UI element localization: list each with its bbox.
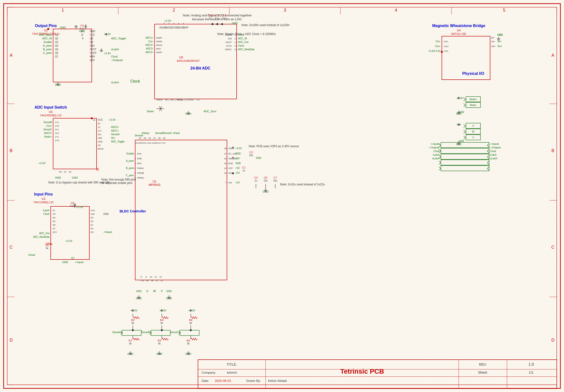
svg-text:C3: C3 [254,176,258,179]
svg-text:ENA: ENA [137,153,142,155]
svg-text:oLatch: oLatch [490,157,497,160]
svg-text:ADC_NewData: ADC_NewData [33,236,49,238]
svg-text:ADC_Out: ADC_Out [39,232,49,235]
svg-text:SCLK: SCLK [226,45,232,47]
junction-sensec [190,329,192,331]
note5: Note: 0.1u bypass cap shared with 595 an… [48,181,110,184]
svg-text:Clock: Clock [43,213,50,215]
svg-text:Q0: Q0 [90,37,93,40]
svg-text:R3: R3 [158,339,161,342]
svg-text:SenseA: SenseA [112,331,121,334]
svg-text:GND: GND [136,297,142,300]
note7: Note: 2x10u used instead of 1x22u [280,183,325,186]
svg-text:5: 5 [134,172,136,174]
svg-text:Clock: Clock [238,44,244,47]
svg-text:2: 2 [173,8,175,13]
svg-text:+3.3V: +3.3V [188,309,196,312]
svg-text:+3.3V: +3.3V [109,118,116,121]
svg-text:SenseA: SenseA [134,134,143,137]
svg-text:Sheet:: Sheet: [478,371,488,374]
svg-text:ADC3+: ADC3+ [145,51,153,54]
svg-text:DIN: DIN [228,37,232,40]
svg-text:1u: 1u [254,179,257,182]
svg-text:nSLEEP: nSLEEP [135,142,142,144]
svg-text:VCC: VCC [444,50,449,52]
svg-text:+5V: +5V [235,167,240,169]
svg-text:iLatch: iLatch [433,154,439,156]
svg-text:Enable: Enable [44,41,52,43]
svg-text:+3.3V: +3.3V [428,50,435,52]
svg-text:8: 8 [141,276,142,278]
input-pins-label: Input Pins [34,192,53,196]
svg-text:3: 3 [134,162,136,165]
svg-text:Enable: Enable [127,152,134,155]
svg-text:->Outputs: ->Outputs [490,146,501,149]
svg-text:EP: EP [491,37,494,39]
svg-text:Cos-: Cos- [148,40,153,43]
svg-text:ADC1+: ADC1+ [145,36,153,39]
svg-text:Sin-: Sin- [497,40,502,43]
svg-text:Strain-: Strain- [147,110,155,113]
svg-text:SenseB: SenseB [141,331,150,334]
svg-text:GND: GND [55,176,61,179]
svg-text:PWMC: PWMC [137,177,144,179]
svg-text:+5V: +5V [235,157,240,160]
svg-text:->Inputs: ->Inputs [490,143,499,145]
svg-text:10u: 10u [249,154,253,157]
svg-text:3Y1: 3Y1 [55,128,59,131]
svg-text:GND: GND [60,26,66,29]
u8-value: ADS131M03IRUKT [177,59,200,62]
note3: Note: Master Clock = ADC Clock = 8.192MH… [217,32,276,36]
svg-text:SC: SC [155,280,158,282]
svg-text:C_pwm: C_pwm [43,51,52,54]
svg-text:oLatch: oLatch [111,81,119,84]
svg-text:nFault: nFault [173,132,180,134]
svg-text:CS: CS [197,98,200,101]
svg-text:CAP: CAP [183,26,189,29]
svg-text:EPAD: EPAD [98,148,104,150]
svg-text:D3: D3 [91,217,93,219]
svg-text:C7: C7 [274,176,277,179]
svg-text:nSleep: nSleep [141,132,149,134]
svg-text:Cos+: Cos+ [46,125,52,127]
svg-text:+5V: +5V [235,181,240,184]
svg-text:17: 17 [224,153,226,155]
svg-text:SYNC_U_RESET: SYNC_U_RESET [177,98,195,101]
svg-text:LSS: LSS [141,280,144,282]
u4-ref: U4 [457,29,461,32]
svg-text:12: 12 [159,276,162,278]
svg-text:5k: 5k [187,342,190,345]
svg-text:S2: S2 [69,171,71,173]
svg-text:5k: 5k [190,322,192,324]
svg-text:iLatch: iLatch [43,209,49,212]
svg-text:Q3: Q3 [55,41,58,43]
svg-text:5k: 5k [158,342,161,345]
svg-text:Q1: Q1 [55,34,58,36]
svg-text:Strain+: Strain+ [44,135,52,138]
svg-text:A: A [551,53,554,58]
svg-text:ADC_Out: ADC_Out [238,41,248,43]
company-text: kelvinA [227,371,237,374]
date-text: 2022-09-23 [215,379,231,383]
adc-switch-label: ADC Input Switch [35,105,67,109]
svg-text:+3.3V: +3.3V [456,97,464,99]
junction-u6-vcc [91,117,93,119]
svg-text:C_pwm: C_pwm [126,174,134,177]
svg-text:CE#: CE# [91,213,95,215]
svg-text:<-Inputs: <-Inputs [75,261,84,264]
svg-text:21: 21 [153,137,156,139]
svg-text:GND: GND [103,213,109,215]
svg-text:ADC1+: ADC1+ [111,129,119,132]
svg-text:C10: C10 [208,14,212,17]
svg-text:1u: 1u [209,17,211,20]
junction-vin [232,172,234,174]
svg-text:LS: LS [161,280,163,282]
svg-text:AIN1N: AIN1N [156,44,162,46]
svg-text:ADC3+: ADC3+ [44,132,52,134]
svg-text:1Y1: 1Y1 [98,130,102,132]
svg-text:GND: GND [256,157,261,159]
svg-text:D5: D5 [53,220,56,223]
svg-text:oLatch: oLatch [432,157,439,160]
svg-text:18: 18 [224,147,226,150]
svg-text:2Z: 2Z [98,122,100,125]
